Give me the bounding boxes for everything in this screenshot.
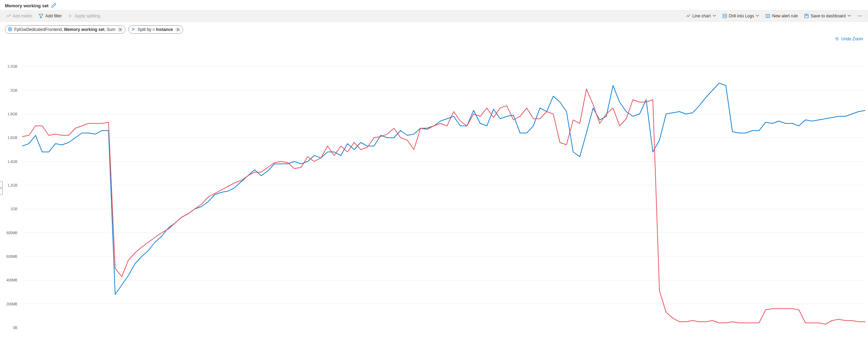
y-tick-label: 800MB <box>0 231 17 235</box>
line-chart-plot <box>22 43 865 328</box>
drill-logs-dropdown[interactable]: Drill into Logs <box>720 12 762 20</box>
y-tick-label: 200MB <box>0 302 17 306</box>
y-tick-label: 1GB <box>0 207 17 211</box>
drill-logs-label: Drill into Logs <box>729 14 754 18</box>
line-chart-dropdown[interactable]: Line chart <box>683 12 719 20</box>
metric-pill-agg: Sum <box>107 27 115 32</box>
add-filter-button[interactable]: Add filter <box>36 12 64 20</box>
y-tick-label: 2.2GB <box>0 65 17 68</box>
metric-pill-name: Memory working set <box>64 27 104 32</box>
y-tick-label: 1.6GB <box>0 136 17 140</box>
svg-point-7 <box>9 28 11 30</box>
y-tick-label: 0B <box>0 326 17 330</box>
split-icon <box>131 27 136 32</box>
metric-pill[interactable]: FplGwDedicatedFrontend, Memory working s… <box>5 25 125 34</box>
metric-pill-resource: FplGwDedicatedFrontend <box>14 27 62 32</box>
svg-point-5 <box>861 16 861 16</box>
chart-toolbar: Add metric Add filter Apply splitting Li… <box>0 10 868 22</box>
save-dashboard-dropdown[interactable]: Save to dashboard <box>801 12 854 20</box>
series-instance-0 <box>22 83 865 294</box>
filter-pill-row: FplGwDedicatedFrontend, Memory working s… <box>0 22 868 35</box>
new-alert-button[interactable]: New alert rule <box>763 12 801 20</box>
chevron-down-icon <box>756 14 759 18</box>
y-tick-label: 400MB <box>0 278 17 282</box>
y-tick-label: 2GB <box>0 88 17 92</box>
line-chart-label: Line chart <box>692 14 711 18</box>
undo-zoom-label: Undo Zoom <box>841 36 863 41</box>
metric-pill-close[interactable] <box>117 27 123 32</box>
split-pill-close[interactable] <box>175 27 181 32</box>
svg-rect-0 <box>723 14 727 18</box>
svg-rect-2 <box>805 14 809 18</box>
save-dashboard-label: Save to dashboard <box>811 14 846 18</box>
apply-splitting-button[interactable]: Apply splitting <box>65 12 103 20</box>
chevron-down-icon <box>847 14 851 18</box>
chart-title: Memory working set <box>5 3 49 8</box>
new-alert-label: New alert rule <box>772 14 798 18</box>
y-tick-label: 1.4GB <box>0 159 17 163</box>
y-tick-label: 1.2GB <box>0 183 17 187</box>
more-button[interactable] <box>854 12 865 20</box>
undo-zoom-button[interactable]: Undo Zoom <box>835 36 863 41</box>
split-pill[interactable]: Split by = Instance <box>128 25 183 34</box>
add-filter-label: Add filter <box>45 14 62 18</box>
y-tick-label: 1.8GB <box>0 112 17 116</box>
svg-point-3 <box>858 16 858 16</box>
series-instance-1 <box>22 89 865 324</box>
y-tick-label: 600MB <box>0 255 17 259</box>
y-axis: 0B200MB400MB600MB800MB1GB1.2GB1.4GB1.6GB… <box>0 43 19 333</box>
add-metric-button[interactable]: Add metric <box>3 12 35 20</box>
svg-point-4 <box>859 16 860 16</box>
add-metric-label: Add metric <box>13 14 32 18</box>
split-pill-value: Instance <box>156 27 173 32</box>
chevron-down-icon <box>713 14 716 18</box>
edit-title-icon[interactable] <box>51 3 56 9</box>
apply-splitting-label: Apply splitting <box>75 14 100 18</box>
split-pill-prefix: Split by = <box>138 27 156 32</box>
resource-icon <box>8 27 12 32</box>
